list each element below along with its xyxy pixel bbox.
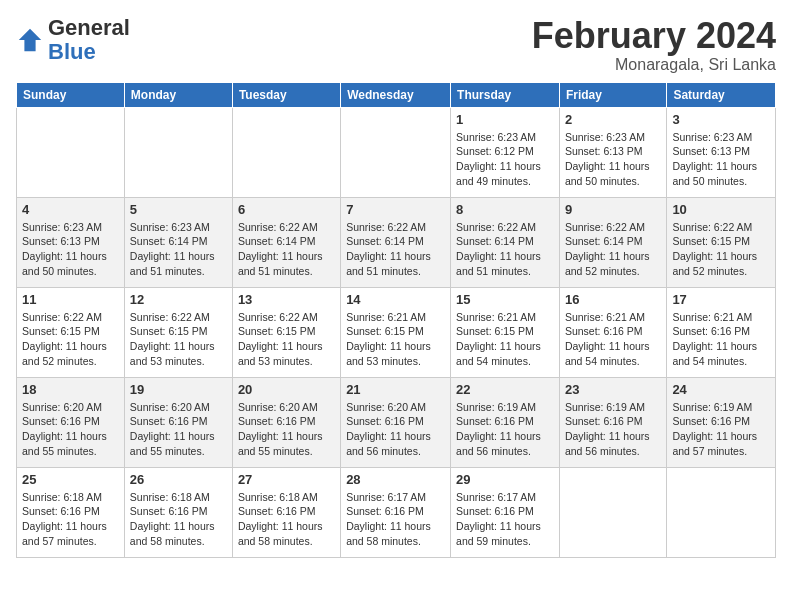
- day-number: 10: [672, 202, 770, 217]
- day-number: 8: [456, 202, 554, 217]
- calendar-body: 1Sunrise: 6:23 AMSunset: 6:12 PMDaylight…: [17, 107, 776, 557]
- calendar-week-4: 18Sunrise: 6:20 AMSunset: 6:16 PMDayligh…: [17, 377, 776, 467]
- calendar-week-1: 1Sunrise: 6:23 AMSunset: 6:12 PMDaylight…: [17, 107, 776, 197]
- day-number: 12: [130, 292, 227, 307]
- calendar-cell: 21Sunrise: 6:20 AMSunset: 6:16 PMDayligh…: [341, 377, 451, 467]
- calendar-cell: 25Sunrise: 6:18 AMSunset: 6:16 PMDayligh…: [17, 467, 125, 557]
- logo: General Blue: [16, 16, 130, 64]
- cell-info: Sunrise: 6:22 AMSunset: 6:15 PMDaylight:…: [238, 310, 335, 369]
- calendar-cell: 6Sunrise: 6:22 AMSunset: 6:14 PMDaylight…: [232, 197, 340, 287]
- cell-info: Sunrise: 6:17 AMSunset: 6:16 PMDaylight:…: [346, 490, 445, 549]
- calendar-cell: [232, 107, 340, 197]
- cell-info: Sunrise: 6:23 AMSunset: 6:14 PMDaylight:…: [130, 220, 227, 279]
- location-subtitle: Monaragala, Sri Lanka: [532, 56, 776, 74]
- cell-info: Sunrise: 6:22 AMSunset: 6:14 PMDaylight:…: [456, 220, 554, 279]
- calendar-cell: 13Sunrise: 6:22 AMSunset: 6:15 PMDayligh…: [232, 287, 340, 377]
- calendar-cell: 22Sunrise: 6:19 AMSunset: 6:16 PMDayligh…: [451, 377, 560, 467]
- day-number: 22: [456, 382, 554, 397]
- calendar-cell: 17Sunrise: 6:21 AMSunset: 6:16 PMDayligh…: [667, 287, 776, 377]
- cell-info: Sunrise: 6:19 AMSunset: 6:16 PMDaylight:…: [565, 400, 661, 459]
- day-number: 4: [22, 202, 119, 217]
- cell-info: Sunrise: 6:20 AMSunset: 6:16 PMDaylight:…: [22, 400, 119, 459]
- cell-info: Sunrise: 6:20 AMSunset: 6:16 PMDaylight:…: [130, 400, 227, 459]
- calendar-cell: [667, 467, 776, 557]
- day-number: 20: [238, 382, 335, 397]
- cell-info: Sunrise: 6:22 AMSunset: 6:14 PMDaylight:…: [346, 220, 445, 279]
- day-number: 2: [565, 112, 661, 127]
- header-cell-saturday: Saturday: [667, 82, 776, 107]
- day-number: 24: [672, 382, 770, 397]
- calendar-cell: 8Sunrise: 6:22 AMSunset: 6:14 PMDaylight…: [451, 197, 560, 287]
- cell-info: Sunrise: 6:23 AMSunset: 6:12 PMDaylight:…: [456, 130, 554, 189]
- calendar-cell: 5Sunrise: 6:23 AMSunset: 6:14 PMDaylight…: [124, 197, 232, 287]
- calendar-cell: 29Sunrise: 6:17 AMSunset: 6:16 PMDayligh…: [451, 467, 560, 557]
- header-cell-wednesday: Wednesday: [341, 82, 451, 107]
- day-number: 9: [565, 202, 661, 217]
- logo-blue: Blue: [48, 39, 96, 64]
- calendar-cell: 9Sunrise: 6:22 AMSunset: 6:14 PMDaylight…: [559, 197, 666, 287]
- calendar-cell: 20Sunrise: 6:20 AMSunset: 6:16 PMDayligh…: [232, 377, 340, 467]
- day-number: 19: [130, 382, 227, 397]
- cell-info: Sunrise: 6:18 AMSunset: 6:16 PMDaylight:…: [130, 490, 227, 549]
- calendar-cell: 7Sunrise: 6:22 AMSunset: 6:14 PMDaylight…: [341, 197, 451, 287]
- calendar-cell: 14Sunrise: 6:21 AMSunset: 6:15 PMDayligh…: [341, 287, 451, 377]
- header-cell-thursday: Thursday: [451, 82, 560, 107]
- day-number: 23: [565, 382, 661, 397]
- day-number: 15: [456, 292, 554, 307]
- day-number: 25: [22, 472, 119, 487]
- month-year-title: February 2024: [532, 16, 776, 56]
- calendar-cell: 16Sunrise: 6:21 AMSunset: 6:16 PMDayligh…: [559, 287, 666, 377]
- day-number: 21: [346, 382, 445, 397]
- title-block: February 2024 Monaragala, Sri Lanka: [532, 16, 776, 74]
- page-header: General Blue February 2024 Monaragala, S…: [16, 16, 776, 74]
- cell-info: Sunrise: 6:22 AMSunset: 6:14 PMDaylight:…: [565, 220, 661, 279]
- day-number: 29: [456, 472, 554, 487]
- day-number: 5: [130, 202, 227, 217]
- calendar-cell: [341, 107, 451, 197]
- logo-icon: [16, 26, 44, 54]
- calendar-cell: [17, 107, 125, 197]
- header-cell-sunday: Sunday: [17, 82, 125, 107]
- cell-info: Sunrise: 6:20 AMSunset: 6:16 PMDaylight:…: [346, 400, 445, 459]
- calendar-cell: 24Sunrise: 6:19 AMSunset: 6:16 PMDayligh…: [667, 377, 776, 467]
- cell-info: Sunrise: 6:21 AMSunset: 6:16 PMDaylight:…: [565, 310, 661, 369]
- calendar-cell: 1Sunrise: 6:23 AMSunset: 6:12 PMDaylight…: [451, 107, 560, 197]
- header-cell-monday: Monday: [124, 82, 232, 107]
- cell-info: Sunrise: 6:23 AMSunset: 6:13 PMDaylight:…: [565, 130, 661, 189]
- calendar-cell: 4Sunrise: 6:23 AMSunset: 6:13 PMDaylight…: [17, 197, 125, 287]
- logo-general: General: [48, 15, 130, 40]
- cell-info: Sunrise: 6:22 AMSunset: 6:15 PMDaylight:…: [22, 310, 119, 369]
- day-number: 1: [456, 112, 554, 127]
- calendar-cell: 27Sunrise: 6:18 AMSunset: 6:16 PMDayligh…: [232, 467, 340, 557]
- calendar-cell: 15Sunrise: 6:21 AMSunset: 6:15 PMDayligh…: [451, 287, 560, 377]
- calendar-cell: [559, 467, 666, 557]
- cell-info: Sunrise: 6:18 AMSunset: 6:16 PMDaylight:…: [238, 490, 335, 549]
- svg-marker-0: [19, 29, 41, 51]
- day-number: 18: [22, 382, 119, 397]
- calendar-cell: 12Sunrise: 6:22 AMSunset: 6:15 PMDayligh…: [124, 287, 232, 377]
- calendar-cell: 23Sunrise: 6:19 AMSunset: 6:16 PMDayligh…: [559, 377, 666, 467]
- calendar-cell: 2Sunrise: 6:23 AMSunset: 6:13 PMDaylight…: [559, 107, 666, 197]
- calendar-header: SundayMondayTuesdayWednesdayThursdayFrid…: [17, 82, 776, 107]
- day-number: 14: [346, 292, 445, 307]
- calendar-cell: 11Sunrise: 6:22 AMSunset: 6:15 PMDayligh…: [17, 287, 125, 377]
- calendar-week-5: 25Sunrise: 6:18 AMSunset: 6:16 PMDayligh…: [17, 467, 776, 557]
- calendar-cell: 28Sunrise: 6:17 AMSunset: 6:16 PMDayligh…: [341, 467, 451, 557]
- cell-info: Sunrise: 6:21 AMSunset: 6:15 PMDaylight:…: [346, 310, 445, 369]
- cell-info: Sunrise: 6:21 AMSunset: 6:16 PMDaylight:…: [672, 310, 770, 369]
- calendar-week-2: 4Sunrise: 6:23 AMSunset: 6:13 PMDaylight…: [17, 197, 776, 287]
- cell-info: Sunrise: 6:20 AMSunset: 6:16 PMDaylight:…: [238, 400, 335, 459]
- header-cell-tuesday: Tuesday: [232, 82, 340, 107]
- calendar-cell: [124, 107, 232, 197]
- day-number: 11: [22, 292, 119, 307]
- logo-text: General Blue: [48, 16, 130, 64]
- cell-info: Sunrise: 6:19 AMSunset: 6:16 PMDaylight:…: [672, 400, 770, 459]
- header-cell-friday: Friday: [559, 82, 666, 107]
- calendar-cell: 26Sunrise: 6:18 AMSunset: 6:16 PMDayligh…: [124, 467, 232, 557]
- day-number: 3: [672, 112, 770, 127]
- cell-info: Sunrise: 6:22 AMSunset: 6:15 PMDaylight:…: [130, 310, 227, 369]
- day-number: 13: [238, 292, 335, 307]
- day-number: 16: [565, 292, 661, 307]
- cell-info: Sunrise: 6:18 AMSunset: 6:16 PMDaylight:…: [22, 490, 119, 549]
- cell-info: Sunrise: 6:22 AMSunset: 6:14 PMDaylight:…: [238, 220, 335, 279]
